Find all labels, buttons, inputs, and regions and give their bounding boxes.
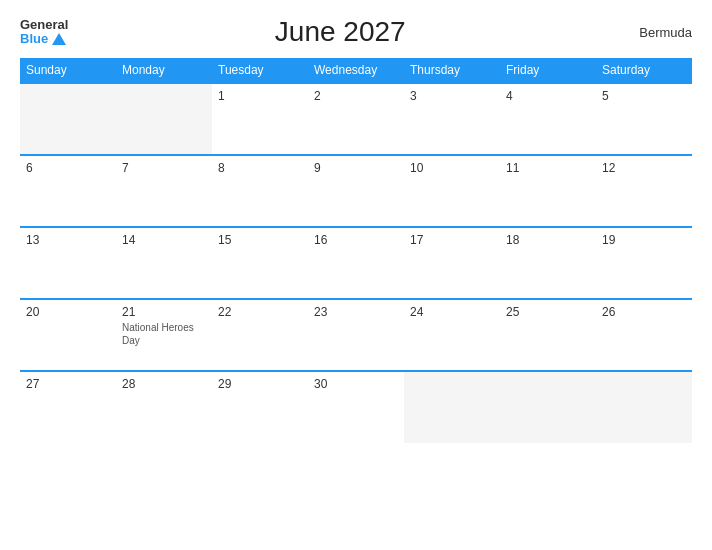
table-row: 1 (212, 83, 308, 155)
day-number: 22 (218, 305, 302, 319)
col-sunday: Sunday (20, 58, 116, 83)
day-number: 4 (506, 89, 590, 103)
day-number: 16 (314, 233, 398, 247)
table-row (404, 371, 500, 443)
day-number: 29 (218, 377, 302, 391)
col-thursday: Thursday (404, 58, 500, 83)
day-number: 24 (410, 305, 494, 319)
logo-triangle-icon (52, 33, 66, 45)
col-saturday: Saturday (596, 58, 692, 83)
day-number: 21 (122, 305, 206, 319)
table-row: 2 (308, 83, 404, 155)
table-row: 5 (596, 83, 692, 155)
table-row (500, 371, 596, 443)
table-row: 23 (308, 299, 404, 371)
table-row: 11 (500, 155, 596, 227)
calendar-week-row: 12345 (20, 83, 692, 155)
day-number: 17 (410, 233, 494, 247)
calendar-page: General Blue June 2027 Bermuda Sunday Mo… (0, 0, 712, 550)
table-row: 6 (20, 155, 116, 227)
col-wednesday: Wednesday (308, 58, 404, 83)
table-row: 13 (20, 227, 116, 299)
day-number: 30 (314, 377, 398, 391)
day-number: 23 (314, 305, 398, 319)
day-number: 6 (26, 161, 110, 175)
calendar-table: Sunday Monday Tuesday Wednesday Thursday… (20, 58, 692, 443)
table-row: 27 (20, 371, 116, 443)
day-number: 11 (506, 161, 590, 175)
calendar-week-row: 6789101112 (20, 155, 692, 227)
day-number: 15 (218, 233, 302, 247)
header: General Blue June 2027 Bermuda (20, 16, 692, 48)
table-row: 9 (308, 155, 404, 227)
day-number: 20 (26, 305, 110, 319)
day-number: 9 (314, 161, 398, 175)
table-row: 21National Heroes Day (116, 299, 212, 371)
day-number: 13 (26, 233, 110, 247)
table-row: 14 (116, 227, 212, 299)
day-number: 5 (602, 89, 686, 103)
col-friday: Friday (500, 58, 596, 83)
table-row: 12 (596, 155, 692, 227)
col-monday: Monday (116, 58, 212, 83)
table-row: 18 (500, 227, 596, 299)
table-row: 16 (308, 227, 404, 299)
calendar-week-row: 27282930 (20, 371, 692, 443)
day-number: 2 (314, 89, 398, 103)
day-number: 25 (506, 305, 590, 319)
day-number: 27 (26, 377, 110, 391)
table-row: 25 (500, 299, 596, 371)
table-row (596, 371, 692, 443)
table-row: 22 (212, 299, 308, 371)
calendar-week-row: 2021National Heroes Day2223242526 (20, 299, 692, 371)
table-row: 8 (212, 155, 308, 227)
day-number: 12 (602, 161, 686, 175)
calendar-title: June 2027 (68, 16, 612, 48)
table-row: 24 (404, 299, 500, 371)
day-number: 1 (218, 89, 302, 103)
table-row: 28 (116, 371, 212, 443)
table-row (20, 83, 116, 155)
table-row: 26 (596, 299, 692, 371)
logo-general-text: General (20, 18, 68, 32)
day-number: 7 (122, 161, 206, 175)
table-row: 4 (500, 83, 596, 155)
table-row: 29 (212, 371, 308, 443)
col-tuesday: Tuesday (212, 58, 308, 83)
table-row: 30 (308, 371, 404, 443)
holiday-label: National Heroes Day (122, 321, 206, 347)
region-label: Bermuda (612, 25, 692, 40)
table-row: 7 (116, 155, 212, 227)
logo-blue-text: Blue (20, 32, 68, 46)
table-row: 3 (404, 83, 500, 155)
day-number: 14 (122, 233, 206, 247)
table-row: 10 (404, 155, 500, 227)
table-row: 19 (596, 227, 692, 299)
calendar-week-row: 13141516171819 (20, 227, 692, 299)
table-row: 20 (20, 299, 116, 371)
logo: General Blue (20, 18, 68, 47)
day-number: 8 (218, 161, 302, 175)
table-row (116, 83, 212, 155)
table-row: 15 (212, 227, 308, 299)
day-number: 10 (410, 161, 494, 175)
table-row: 17 (404, 227, 500, 299)
day-number: 3 (410, 89, 494, 103)
day-number: 26 (602, 305, 686, 319)
day-number: 18 (506, 233, 590, 247)
day-number: 19 (602, 233, 686, 247)
day-number: 28 (122, 377, 206, 391)
calendar-header-row: Sunday Monday Tuesday Wednesday Thursday… (20, 58, 692, 83)
